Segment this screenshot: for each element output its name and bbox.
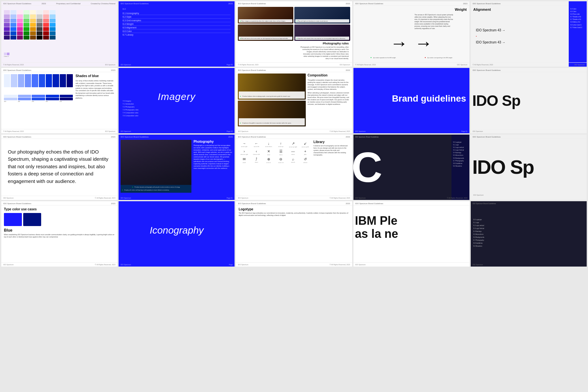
logotype-desc: The IDO Spectrum logo embodies our commi… [238, 212, 349, 217]
cell-r4c3-logotype[interactable]: IDO Spectrum Brand Guidelines 2023 Logot… [236, 201, 352, 267]
cell-r4c4-header: IDO Spectrum Brand Guidelines [353, 201, 469, 205]
icon-email: ✉ [243, 157, 246, 161]
arrow-thick-icon: → [415, 34, 433, 52]
cell-r4c1-footer: IDO Spectrum © All Rights Reserved, 2023 [1, 262, 117, 267]
logotype-letter: C [353, 146, 382, 188]
library-content: → arrow right ← arrow left ↓ arrow down … [236, 139, 352, 194]
cell-r3c2-photography[interactable]: IDO Spectrum Brand Guidelines 2023 ● Emp… [119, 135, 235, 200]
footer-left: © All Rights Reserved, 2023 [355, 64, 376, 66]
toc-section-num: 6.0 [122, 8, 231, 10]
cell-r2c5-ido-spe[interactable]: IDO Spectrum Brand Guidelines IDO Sp IDO… [471, 68, 587, 133]
library-text: Library A diverse set of iconography can… [314, 140, 350, 193]
shades-heading: Shades of blue [75, 74, 115, 78]
icon-minus: — [291, 149, 295, 153]
cell-r4c1-type-color[interactable]: IDO Spectrum Brand Guidelines 2023 Type … [1, 201, 117, 267]
weight-content: Weight The arrows in IDO Spectrum's visu… [353, 6, 469, 61]
cell-r3c3-footer: IDO Spectrum © All Rights Reserved, 2023 [236, 196, 352, 200]
type-color-heading: Type color use cases [4, 207, 115, 211]
icon-arrow-left: ← [254, 141, 258, 145]
type-color-blue-label: Blue [4, 228, 115, 233]
cell-r1c5-alignment[interactable]: IDO Spectrum Brand Guidelines 2023 Align… [471, 1, 587, 67]
header-left: IDO Spectrum Brand Guidelines [3, 69, 31, 71]
cell-r2c1-shades-blue[interactable]: IDO Spectrum Brand Guidelines 2023 [1, 68, 117, 133]
cell-r1c2-header: IDO Spectrum Brand Guidelines 2023 [119, 1, 235, 5]
alignment-sidebar: 6.4 Color 6.5 Color 6.6 Price color 6.7 … [569, 1, 587, 67]
cell-r1c4-weight[interactable]: IDO Spectrum Brand Guidelines 2023 Weigh… [353, 1, 469, 67]
cell-r2c1-footer: © All Rights Reserved, 2023 IDO Spectrum [1, 129, 117, 133]
footer-right: Page 61 [227, 197, 233, 199]
footer-left: IDO Spectrum [238, 197, 248, 199]
header-left: IDO Spectrum Brand Guidelines [355, 3, 384, 5]
type-color-desc: When establishing IDO Spectrum business … [4, 234, 115, 238]
header-left: IDO Spectrum Brand Guidelines [121, 3, 149, 5]
cell-r2c5-header: IDO Spectrum Brand Guidelines [471, 68, 587, 72]
icon-share: ⤴ [255, 157, 257, 161]
header-left: IDO Spectrum Brand Guidelines [355, 203, 384, 204]
ido-sp-large-text: IDO Sp [472, 157, 534, 177]
icon-refresh: ↺ [304, 157, 307, 161]
cell-r3c2-header: IDO Spectrum Brand Guidelines 2023 [119, 135, 235, 139]
shades-content: 100 200 [1, 72, 117, 128]
header-left: IDO Spectrum Brand Guidelines [473, 136, 501, 138]
cell-r1c2-toc-blue[interactable]: IDO Spectrum Brand Guidelines 2023 6.0 6… [119, 1, 235, 67]
cell-r3c5-header: IDO Spectrum Brand Guidelines [471, 135, 587, 139]
logotype-sidebar: 5.0 Logotype 5.1 Logo 5.2 Logo vertical … [451, 135, 469, 200]
footer-left: © All Rights Reserved, 2023 [238, 64, 258, 66]
footer-left: IDO Spectrum [238, 130, 248, 132]
cell-r4c5-dark-toc[interactable]: IDO Spectrum Brand Guidelines 5.0 Logoty… [471, 201, 587, 267]
cell-r2c3-composition[interactable]: IDO Spectrum Brand Guidelines 2023 ● Pri… [236, 68, 352, 133]
icon-arrow-upright: ↗ [292, 141, 295, 146]
cell-r4c2-iconography[interactable]: Iconography IDO Spectrum Page [119, 201, 235, 267]
footer-right: IDO Spectrum [340, 64, 350, 66]
cell-r4c3-footer: IDO Spectrum © All Rights Reserved, 2023 [236, 262, 352, 267]
footer-left: IDO Spectrum [121, 197, 131, 199]
cell-r2c4-brand-guidelines[interactable]: Brand guidelines IDO Spectrum Page 01 [353, 68, 469, 133]
iconography-title: Iconography [150, 225, 204, 236]
arrow-thin-icon: → [390, 34, 408, 52]
photo-rules-desc: Photography at IDO Spectrum is a crucial… [300, 46, 349, 60]
cell-r1c1-footer: © All Rights Reserved, 2023 IDO Spectrum [1, 62, 117, 67]
cell-r3c1-header: IDO Spectrum Brand Guidelines 2023 [1, 135, 117, 139]
toc-item-6: 6.6 Color [122, 29, 231, 33]
cell-r3c5-ido-sp-large[interactable]: IDO Spectrum Brand Guidelines IDO Sp IDO… [471, 135, 587, 200]
cell-r2c2-footer: IDO Spectrum Page 63 [119, 129, 235, 133]
alignment-examples: IDO Spectrum 43 → IDO Spectrum 43 → [473, 13, 584, 59]
header-right: 2023 [346, 3, 350, 5]
cell-r1c1-color-swatches[interactable]: IDO Spectrum Brand Guidelines 2023 Propr… [1, 1, 117, 67]
cell-r3c3-library[interactable]: IDO Spectrum Brand Guidelines 2023 → arr… [236, 135, 352, 200]
cell-r1c4-header: IDO Spectrum Brand Guidelines 2023 [353, 1, 469, 6]
echoes-content: Our photography echoes the ethos of IDO … [1, 139, 117, 194]
header-right: 2023 [228, 3, 233, 5]
cell-r2c2-imagery[interactable]: Imagery 7.0 Imagery 7.1 Introduction 7.2… [119, 68, 235, 133]
cell-r3c1-footer: IDO Spectrum © All Rights Reserved, 2023 [1, 196, 117, 200]
cell-r1c3-header: IDO Spectrum Brand Guidelines 2023 [236, 1, 352, 6]
photography-text: Photography Photography is a storytellin… [193, 140, 233, 193]
cell-r1c3-photo-rules[interactable]: IDO Spectrum Brand Guidelines 2023 ● Pla… [236, 1, 352, 67]
cell-r4c5-footer: IDO Spectrum [471, 263, 587, 267]
icon-search: ⌕ [292, 157, 294, 161]
icon-arrow-upleft: ↙ [304, 141, 307, 146]
footer-left: IDO Spectrum [121, 64, 131, 66]
footer-left: © All Rights Reserved, 2023 [3, 130, 24, 132]
composition-text: Composition Thoughtful composition shape… [308, 74, 350, 126]
header-left: IDO Spectrum Brand Guidelines [238, 69, 266, 71]
footer-right: IDO Spectrum [105, 130, 116, 132]
photography-desc: Photography is a storytelling tool that … [193, 144, 233, 170]
blue-box [4, 213, 22, 226]
type-color-content: Type color use cases Blue When establish… [1, 205, 117, 261]
footer-left: IDO Spectrum [355, 130, 366, 132]
icon-arrow-down: ↓ [268, 141, 270, 145]
brand-guidelines-text: Brand guidelines [392, 94, 466, 103]
header-left: IDO Spectrum Brand Guidelines [121, 136, 149, 138]
cell-r3c4-logotype-dark[interactable]: IDO Spectrum Brand Guidelines C 5.0 Logo… [353, 135, 469, 200]
header-right: 2023 [346, 136, 350, 138]
header-left: IDO Spectrum Brand Guidelines [238, 3, 266, 5]
composition-images: ● Prioritize balance when studying peopl… [238, 74, 305, 126]
cell-r4c4-ibm-plex[interactable]: IDO Spectrum Brand Guidelines IBM Ple as… [353, 201, 469, 267]
caption2: 2px stroke corresponding to the 600 weig… [427, 57, 452, 58]
cell-r4c5-header: IDO Spectrum Brand Guidelines [471, 201, 587, 205]
cell-r3c1-photo-echoes[interactable]: IDO Spectrum Brand Guidelines 2023 Our p… [1, 135, 117, 200]
cell-r1c5-footer: © All Rights Reserved, 2023 IDO Spectrum [471, 62, 587, 67]
icon-chevron-right: › [244, 149, 245, 153]
toc-item-5: 6.5 Alignment [122, 26, 231, 29]
